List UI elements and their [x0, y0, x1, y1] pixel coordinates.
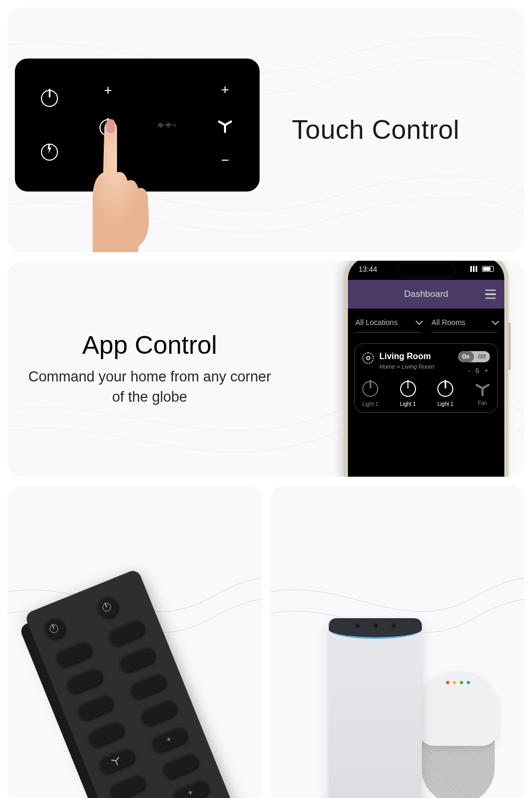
- remote-fan-button: [96, 746, 137, 776]
- remote-control-card: Remote Control +: [7, 485, 262, 798]
- remote-plus-button: +: [170, 778, 211, 798]
- chevron-down-icon: [492, 318, 499, 325]
- pointing-hand-image: [71, 114, 167, 252]
- touch-control-card: + + −: [7, 7, 525, 252]
- app-control-subtitle: Command your home from any corner of the…: [23, 367, 276, 408]
- remote-button: [137, 698, 178, 728]
- rooms-label: All Rooms: [431, 318, 466, 327]
- remote-button: [106, 772, 147, 798]
- power-icon: [362, 381, 378, 397]
- plus-icon: +: [104, 82, 112, 98]
- toggle-on: On: [458, 351, 474, 362]
- fan-control[interactable]: Fan: [475, 381, 490, 407]
- remote-power-button: [40, 615, 68, 643]
- chevron-down-icon: [415, 318, 423, 325]
- signal-icon: [470, 266, 479, 272]
- remote-button: [105, 618, 146, 648]
- battery-icon: [482, 266, 494, 272]
- power-icon: [41, 90, 58, 107]
- room-card: Living Room Home > Living Room On Off - …: [354, 343, 498, 413]
- hamburger-menu-icon[interactable]: [485, 289, 496, 298]
- remote-button: [63, 666, 104, 696]
- locations-label: All Locations: [355, 318, 397, 327]
- room-toggle[interactable]: On Off: [458, 351, 490, 362]
- toggle-off: Off: [474, 351, 490, 362]
- power-icon: [437, 381, 453, 397]
- amazon-echo-device: [329, 618, 422, 798]
- light-control[interactable]: Light 1: [400, 381, 416, 407]
- fan-icon: [218, 118, 232, 132]
- control-label: Light 1: [437, 401, 453, 407]
- voice-control-card: Voice Control: [270, 485, 525, 798]
- remote-plus-button: +: [148, 725, 189, 754]
- minus-icon: −: [221, 152, 229, 169]
- remote-button: [159, 751, 200, 781]
- plus-icon: +: [221, 81, 229, 98]
- status-time: 13:44: [359, 265, 377, 273]
- phone-mockup: 13:44 Dashboard All Locations All Ro: [344, 261, 509, 477]
- rooms-dropdown[interactable]: All Rooms: [431, 318, 497, 332]
- gear-icon[interactable]: [362, 352, 374, 364]
- phone-notch: [397, 263, 455, 278]
- control-label: Light 1: [400, 401, 416, 407]
- room-breadcrumb: Home > Living Room: [379, 363, 434, 370]
- app-control-title: App Control: [82, 330, 217, 360]
- power-bolt-icon: [41, 144, 58, 161]
- remote-button: [74, 693, 115, 722]
- app-control-card: App Control Command your home from any c…: [7, 261, 525, 477]
- fan-speed[interactable]: - 6 +: [468, 367, 490, 375]
- remote-button: [53, 639, 94, 669]
- light-control[interactable]: Light 1: [362, 381, 378, 407]
- remote-button: [127, 671, 168, 701]
- remote-button: [116, 645, 157, 675]
- app-header-title: Dashboard: [404, 289, 448, 300]
- app-header: Dashboard: [348, 280, 504, 309]
- room-name: Living Room: [379, 351, 434, 361]
- google-home-device: [418, 671, 498, 798]
- control-label: Fan: [478, 400, 487, 406]
- remote-button: [85, 719, 126, 749]
- touch-control-title: Touch Control: [292, 114, 525, 145]
- control-label: Light 1: [362, 401, 378, 407]
- light-control[interactable]: Light 1: [437, 381, 453, 407]
- remote-power-button: [93, 594, 121, 621]
- power-icon: [400, 381, 416, 397]
- locations-dropdown[interactable]: All Locations: [355, 318, 421, 332]
- remote-device: + +: [24, 569, 245, 798]
- fan-icon: [475, 381, 490, 396]
